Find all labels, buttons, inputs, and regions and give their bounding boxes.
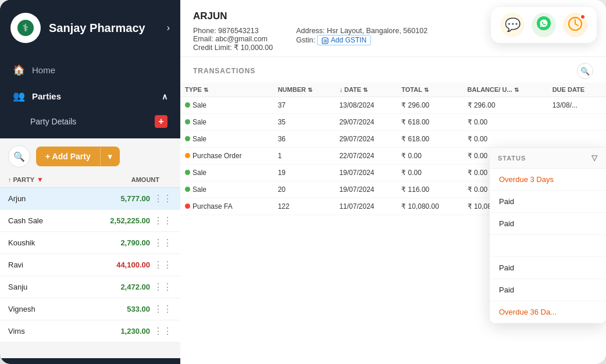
row-menu-icon[interactable]: ⋮⋮ xyxy=(154,237,172,248)
th-balance: BALANCE/ U... ⇅ xyxy=(463,83,548,97)
tx-number: 19 xyxy=(273,165,335,181)
row-menu-icon[interactable]: ⋮⋮ xyxy=(154,304,172,315)
sidebar-item-parties[interactable]: 👥 Parties ∧ xyxy=(0,83,180,109)
tx-balance: ₹ 296.00 xyxy=(463,97,548,114)
party-table-header: ↑ PARTY ▼ AMOUNT xyxy=(0,172,180,188)
add-icon[interactable]: + xyxy=(155,115,167,128)
party-gstin-label: Gstin: xyxy=(296,36,315,44)
status-item[interactable]: Overdue 3 Days xyxy=(490,169,606,191)
tx-total: ₹ 0.00 xyxy=(397,165,462,181)
party-col-header: ↑ PARTY ▼ xyxy=(8,176,101,184)
tx-total: ₹ 618.00 xyxy=(397,131,462,148)
party-name: Cash Sale xyxy=(8,216,92,225)
tx-date: 19/07/2024 xyxy=(334,181,397,198)
timer-icon-button[interactable] xyxy=(563,13,587,37)
whatsapp-icon-button[interactable] xyxy=(532,13,556,37)
amount-col-label: AMOUNT xyxy=(131,176,159,183)
tx-type: Purchase FA xyxy=(180,198,273,215)
tx-type: Sale xyxy=(180,181,273,198)
add-party-label[interactable]: + Add Party xyxy=(36,147,100,166)
party-details-label: Party Details xyxy=(30,117,76,126)
status-item[interactable]: Paid xyxy=(490,191,606,213)
party-amount: 5,777.00 xyxy=(92,194,150,203)
add-party-dropdown-icon[interactable]: ▼ xyxy=(100,147,120,166)
sidebar-item-party-details[interactable]: Party Details + xyxy=(0,109,180,134)
party-name: Sanju xyxy=(8,283,92,291)
tx-number: 1 xyxy=(273,148,335,165)
party-col-label: ↑ PARTY xyxy=(8,176,34,183)
table-row[interactable]: Sale 35 29/07/2024 ₹ 618.00 ₹ 0.00 xyxy=(180,114,606,131)
search-button[interactable]: 🔍 xyxy=(8,145,30,167)
row-menu-icon[interactable]: ⋮⋮ xyxy=(154,193,172,204)
whatsapp-icon xyxy=(536,16,551,34)
status-item[interactable]: Paid xyxy=(490,279,606,301)
th-date: ↓ DATE ⇅ xyxy=(334,83,397,97)
party-amount: 2,52,225.00 xyxy=(92,216,150,225)
tx-number: 36 xyxy=(273,131,335,148)
party-amount: 2,790.00 xyxy=(92,238,150,247)
sort-balance-icon: ⇅ xyxy=(514,87,519,93)
parties-submenu: Party Details + xyxy=(0,109,180,134)
table-row[interactable]: Arjun 5,777.00 ⋮⋮ xyxy=(0,188,180,210)
party-name: Vignesh xyxy=(8,305,92,313)
status-item-empty xyxy=(490,235,606,257)
sidebar-item-home[interactable]: 🏠 Home xyxy=(0,57,180,83)
tx-balance: ₹ 0.00 xyxy=(463,131,548,148)
tx-date: 13/08/2024 xyxy=(334,97,397,114)
svg-line-5 xyxy=(575,24,578,26)
row-menu-icon[interactable]: ⋮⋮ xyxy=(154,215,172,226)
status-dot xyxy=(185,119,190,124)
table-row[interactable]: Sanju 2,472.00 ⋮⋮ xyxy=(0,276,180,298)
party-address: Address: Hsr Layout, Bangalore, 560102 xyxy=(296,27,427,35)
status-item[interactable]: Paid xyxy=(490,213,606,235)
sidebar-nav: 🏠 Home 👥 Parties ∧ Party Details + xyxy=(0,52,180,138)
sidebar: ⚕ Sanjay Pharmacy › 🏠 Home 👥 Parties ∧ xyxy=(0,0,180,364)
tx-total: ₹ 116.00 xyxy=(397,181,462,198)
sidebar-header: ⚕ Sanjay Pharmacy › xyxy=(0,0,180,52)
tx-type: Sale xyxy=(180,114,273,131)
tx-due-date: 13/08/... xyxy=(548,97,606,114)
sort-total-icon: ⇅ xyxy=(424,87,429,93)
tx-date: 22/07/2024 xyxy=(334,148,397,165)
status-dot xyxy=(185,136,190,141)
sidebar-arrow-icon[interactable]: › xyxy=(167,23,170,33)
table-row[interactable]: Cash Sale 2,52,225.00 ⋮⋮ xyxy=(0,210,180,232)
table-row[interactable]: Vignesh 533.00 ⋮⋮ xyxy=(0,298,180,320)
table-row[interactable]: Sale 36 29/07/2024 ₹ 618.00 ₹ 0.00 xyxy=(180,131,606,148)
tx-type: Sale xyxy=(180,97,273,114)
status-dot xyxy=(185,153,190,158)
add-gstin-button[interactable]: ⊞ Add GSTIN xyxy=(317,35,371,45)
tx-type: Purchase Order xyxy=(180,148,273,165)
status-item[interactable]: Overdue 36 Da... xyxy=(490,301,606,323)
tx-date: 29/07/2024 xyxy=(334,131,397,148)
table-row[interactable]: Vims 1,230.00 ⋮⋮ xyxy=(0,320,180,342)
th-number: NUMBER ⇅ xyxy=(273,83,335,97)
tx-search-button[interactable]: 🔍 xyxy=(577,63,593,79)
tx-number: 20 xyxy=(273,181,335,198)
tx-total: ₹ 296.00 xyxy=(397,97,462,114)
party-name: Koushik xyxy=(8,238,92,247)
tx-due-date xyxy=(548,114,606,131)
timer-badge xyxy=(580,14,586,20)
logo-icon: ⚕ xyxy=(10,13,41,43)
row-menu-icon[interactable]: ⋮⋮ xyxy=(154,326,172,337)
table-row[interactable]: Koushik 2,790.00 ⋮⋮ xyxy=(0,232,180,254)
status-dot xyxy=(185,102,190,108)
row-menu-icon[interactable]: ⋮⋮ xyxy=(154,259,172,270)
add-party-button[interactable]: + Add Party ▼ xyxy=(36,147,120,166)
table-row[interactable]: Sale 37 13/08/2024 ₹ 296.00 ₹ 296.00 13/… xyxy=(180,97,606,114)
tx-date: 19/07/2024 xyxy=(334,165,397,181)
tx-date: 11/07/2024 xyxy=(334,198,397,215)
status-item[interactable]: Paid xyxy=(490,257,606,279)
parties-icon: 👥 xyxy=(13,90,25,102)
tx-number: 37 xyxy=(273,97,335,114)
transactions-title: TRANSACTIONS xyxy=(193,67,571,75)
filter-icon: ▽ xyxy=(591,154,598,162)
party-name: Arjun xyxy=(8,194,92,203)
th-total: TOTAL ⇅ xyxy=(397,83,462,97)
chat-icon-button[interactable]: 💬 xyxy=(500,13,525,37)
status-dot xyxy=(185,204,190,209)
row-menu-icon[interactable]: ⋮⋮ xyxy=(154,281,172,292)
status-dropdown: STATUS ▽ Overdue 3 Days Paid Paid Paid P… xyxy=(490,148,606,323)
table-row[interactable]: Ravi 44,100.00 ⋮⋮ xyxy=(0,254,180,276)
